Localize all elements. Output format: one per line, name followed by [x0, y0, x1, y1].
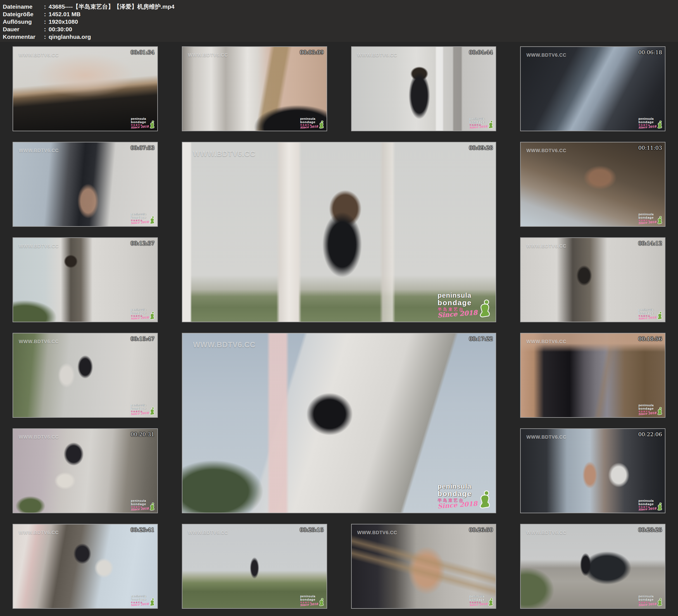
logo-line-peninsula: peninsula: [639, 595, 656, 598]
logo-line-peninsula: peninsula: [639, 308, 656, 311]
logo-line-bondage: bondage: [300, 120, 318, 124]
kneeling-figure-icon: [657, 407, 663, 416]
studio-logo: peninsula bondage 半岛束艺台 Since 2018: [131, 595, 155, 607]
kneeling-figure-icon: [149, 120, 155, 129]
studio-logo-text: peninsula bondage 半岛束艺台 Since 2018: [469, 117, 487, 129]
logo-line-since: Since 2018: [131, 125, 149, 129]
studio-logo-text: peninsula bondage 半岛束艺台 Since 2018: [131, 117, 149, 129]
meta-row-duration: Dauer : 00:30:00: [3, 26, 678, 33]
studio-logo-text: peninsula bondage 半岛束艺台 Since 2018: [639, 499, 656, 511]
video-thumbnail: WWW.BDTV6.CC 00:01:34 peninsula bondage …: [12, 46, 158, 131]
logo-line-bondage: bondage: [131, 502, 149, 506]
logo-line-bondage: bondage: [131, 311, 149, 315]
field-label: Dateiname: [3, 3, 41, 10]
timestamp-overlay: 00:06:18: [638, 49, 662, 55]
watermark-text: WWW.BDTV6.CC: [193, 150, 255, 158]
studio-logo: peninsula bondage 半岛束艺台 Since 2018: [639, 308, 663, 320]
studio-logo: peninsula bondage 半岛束艺台 Since 2018: [438, 292, 491, 318]
kneeling-figure-icon: [478, 490, 491, 509]
video-thumbnail: WWW.BDTV6.CC 00:12:37 peninsula bondage …: [12, 237, 158, 322]
timestamp-overlay: 00:28:25: [638, 527, 662, 533]
logo-line-bondage: bondage: [639, 120, 656, 124]
timestamp-overlay: 00:11:03: [638, 145, 662, 151]
studio-logo: peninsula bondage 半岛束艺台 Since 2018: [131, 213, 155, 225]
logo-line-bondage: bondage: [639, 311, 656, 315]
field-label: Auflösung: [3, 18, 41, 26]
studio-logo: peninsula bondage 半岛束艺台 Since 2018: [639, 595, 663, 607]
timestamp-overlay: 00:15:47: [130, 336, 154, 342]
kneeling-figure-icon: [149, 311, 155, 320]
studio-logo-text: peninsula bondage 半岛束艺台 Since 2018: [131, 213, 149, 225]
logo-line-since: Since 2018: [131, 507, 149, 511]
studio-logo-text: peninsula bondage 半岛束艺台 Since 2018: [131, 404, 149, 416]
studio-logo-text: peninsula bondage 半岛束艺台 Since 2018: [438, 292, 478, 318]
field-separator: :: [41, 33, 49, 40]
logo-line-peninsula: peninsula: [639, 499, 656, 502]
timestamp-overlay: 00:22:06: [638, 431, 662, 437]
video-thumbnail: WWW.BDTV6.CC 00:06:18 peninsula bondage …: [520, 46, 666, 131]
field-label: Kommentar: [3, 33, 41, 40]
timestamp-overlay: 00:25:15: [300, 527, 324, 533]
studio-logo-text: peninsula bondage 半岛束艺台 Since 2018: [300, 117, 318, 129]
video-thumbnail: WWW.BDTV6.CC 00:09:28 peninsula bondage …: [182, 142, 496, 322]
watermark-text: WWW.BDTV6.CC: [188, 530, 228, 536]
video-thumbnail: WWW.BDTV6.CC 00:15:47 peninsula bondage …: [12, 333, 158, 418]
logo-line-peninsula: peninsula: [438, 483, 478, 490]
studio-logo-text: peninsula bondage 半岛束艺台 Since 2018: [639, 213, 656, 225]
watermark-text: WWW.BDTV6.CC: [193, 341, 255, 349]
studio-logo-text: peninsula bondage 半岛束艺台 Since 2018: [131, 595, 149, 607]
watermark-text: WWW.BDTV6.CC: [526, 243, 566, 249]
studio-logo: peninsula bondage 半岛束艺台 Since 2018: [300, 117, 324, 129]
logo-line-bondage: bondage: [639, 407, 656, 410]
video-thumbnail: WWW.BDTV6.CC 00:23:41 peninsula bondage …: [12, 524, 158, 609]
video-thumbnail: WWW.BDTV6.CC 00:17:22 peninsula bondage …: [182, 333, 496, 513]
watermark-text: WWW.BDTV6.CC: [526, 339, 566, 345]
logo-line-peninsula: peninsula: [131, 595, 149, 598]
logo-line-peninsula: peninsula: [438, 292, 478, 299]
logo-line-bondage: bondage: [131, 120, 149, 124]
logo-line-bondage: bondage: [300, 598, 318, 601]
logo-line-since: Since 2018: [638, 220, 656, 225]
field-label: Dauer: [3, 26, 41, 33]
studio-logo: peninsula bondage 半岛束艺台 Since 2018: [639, 213, 663, 225]
studio-logo-text: peninsula bondage 半岛束艺台 Since 2018: [639, 308, 656, 320]
studio-logo-text: peninsula bondage 半岛束艺台 Since 2018: [469, 595, 487, 607]
timestamp-overlay: 00:20:31: [130, 431, 154, 437]
logo-line-peninsula: peninsula: [300, 595, 318, 598]
watermark-text: WWW.BDTV6.CC: [357, 52, 397, 58]
kneeling-figure-icon: [149, 502, 155, 511]
logo-line-peninsula: peninsula: [639, 404, 656, 407]
field-separator: :: [41, 26, 49, 33]
comment-value: qinglanhua.org: [49, 33, 91, 40]
field-separator: :: [41, 3, 49, 10]
logo-line-bondage: bondage: [639, 216, 656, 219]
watermark-text: WWW.BDTV6.CC: [19, 52, 59, 58]
logo-line-peninsula: peninsula: [131, 117, 149, 120]
logo-line-peninsula: peninsula: [131, 308, 149, 311]
meta-row-filename: Dateiname : 43685----【半岛束艺台】【泽爱】机房维护.mp4: [3, 3, 678, 10]
timestamp-overlay: 00:04:44: [469, 49, 493, 55]
studio-logo: peninsula bondage 半岛束艺台 Since 2018: [131, 308, 155, 320]
studio-logo-text: peninsula bondage 半岛束艺台 Since 2018: [639, 595, 656, 607]
kneeling-figure-icon: [478, 299, 491, 318]
studio-logo: peninsula bondage 半岛束艺台 Since 2018: [639, 499, 663, 511]
studio-logo-text: peninsula bondage 半岛束艺台 Since 2018: [639, 404, 656, 416]
duration-value: 00:30:00: [49, 26, 72, 33]
studio-logo-text: peninsula bondage 半岛束艺台 Since 2018: [438, 483, 478, 509]
video-thumbnail: WWW.BDTV6.CC 00:22:06 peninsula bondage …: [520, 428, 666, 513]
timestamp-overlay: 00:03:09: [300, 49, 324, 55]
studio-logo: peninsula bondage 半岛束艺台 Since 2018: [469, 595, 493, 607]
studio-logo: peninsula bondage 半岛束艺台 Since 2018: [469, 117, 493, 129]
watermark-text: WWW.BDTV6.CC: [19, 148, 59, 154]
logo-line-since: Since 2018: [131, 602, 149, 607]
kneeling-figure-icon: [488, 598, 494, 607]
studio-logo: peninsula bondage 半岛束艺台 Since 2018: [131, 499, 155, 511]
thumbnail-grid: WWW.BDTV6.CC 00:01:34 peninsula bondage …: [1, 42, 677, 613]
logo-line-bondage: bondage: [131, 216, 149, 219]
timestamp-overlay: 00:12:37: [130, 240, 154, 246]
logo-line-bondage: bondage: [469, 120, 487, 124]
kneeling-figure-icon: [488, 120, 494, 129]
timestamp-overlay: 00:01:34: [130, 49, 154, 55]
logo-line-since: Since 2018: [638, 125, 656, 129]
logo-line-since: Since 2018: [638, 411, 656, 416]
